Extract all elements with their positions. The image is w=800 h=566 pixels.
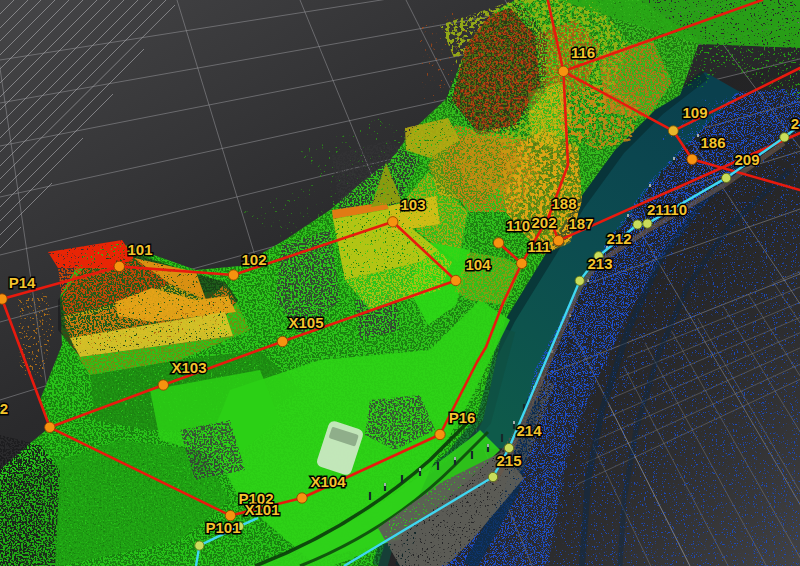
- svg-text:209: 209: [734, 151, 759, 168]
- svg-text:X105: X105: [288, 314, 323, 331]
- svg-text:188: 188: [551, 195, 576, 212]
- svg-text:110: 110: [506, 217, 530, 234]
- svg-text:21110: 21110: [647, 201, 687, 218]
- svg-text:103: 103: [400, 196, 425, 213]
- svg-text:109: 109: [682, 104, 707, 121]
- svg-text:187: 187: [568, 215, 593, 232]
- svg-text:186: 186: [700, 134, 725, 151]
- svg-text:P16: P16: [449, 409, 476, 426]
- svg-text:P14: P14: [9, 274, 36, 291]
- svg-text:202: 202: [531, 214, 556, 231]
- svg-text:102: 102: [241, 251, 266, 268]
- svg-text:104: 104: [465, 256, 491, 273]
- svg-text:213: 213: [587, 255, 612, 272]
- svg-text:111: 111: [527, 238, 550, 255]
- svg-text:116: 116: [571, 44, 595, 61]
- svg-text:101: 101: [127, 241, 152, 258]
- svg-text:P101: P101: [205, 519, 240, 536]
- svg-text:X101: X101: [244, 501, 279, 518]
- svg-text:2: 2: [791, 115, 799, 132]
- svg-text:X104: X104: [310, 473, 346, 490]
- svg-text:2: 2: [0, 400, 8, 417]
- svg-text:X103: X103: [171, 359, 206, 376]
- svg-text:214: 214: [516, 422, 542, 439]
- svg-text:212: 212: [606, 230, 631, 247]
- svg-text:215: 215: [496, 452, 521, 469]
